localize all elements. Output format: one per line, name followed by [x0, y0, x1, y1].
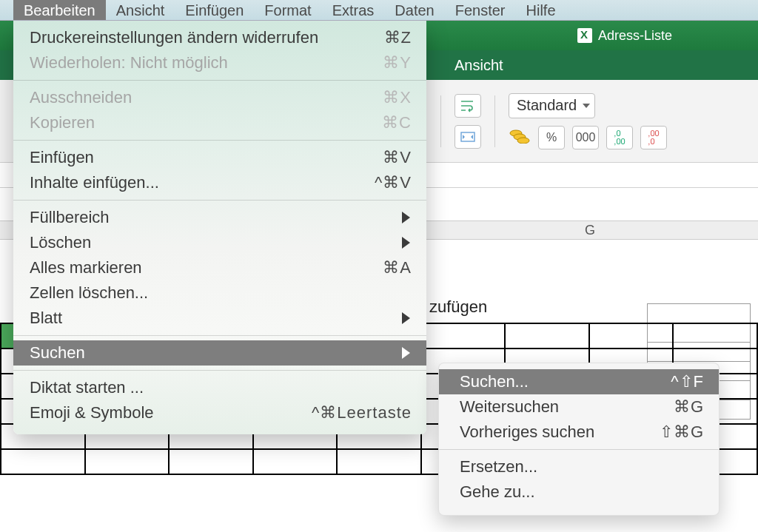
menu-item-paste[interactable]: Einfügen ⌘V — [13, 145, 426, 170]
menu-item-label: Inhalte einfügen... — [30, 173, 375, 192]
spreadsheet-file-icon — [577, 28, 592, 43]
menu-item-search[interactable]: Suchen — [13, 340, 426, 366]
edit-menu-dropdown: Druckereinstellungen ändern widerrufen ⌘… — [13, 21, 426, 434]
menu-fenster[interactable]: Fenster — [445, 0, 516, 20]
menu-item-label: Löschen — [30, 233, 412, 252]
menu-hilfe[interactable]: Hilfe — [516, 0, 566, 20]
menu-item-label: Gehe zu... — [460, 482, 704, 502]
column-header-g[interactable]: G — [585, 223, 595, 238]
currency-format-button[interactable] — [509, 127, 531, 147]
menu-item-delete[interactable]: Löschen — [13, 230, 426, 255]
submenu-caret-icon — [402, 237, 410, 249]
decrease-decimals-button[interactable]: ,00 ,0 — [640, 126, 667, 149]
menu-item-label: Blatt — [30, 309, 412, 328]
menu-bearbeiten[interactable]: Bearbeiten — [13, 0, 106, 20]
menu-format[interactable]: Format — [254, 0, 321, 20]
menu-separator — [13, 370, 426, 371]
menu-item-delete-cells[interactable]: Zellen löschen... — [13, 280, 426, 306]
menu-separator — [13, 80, 426, 81]
menu-separator — [439, 449, 719, 450]
cell-text-fragment[interactable]: zufügen — [429, 297, 487, 317]
menu-separator — [13, 140, 426, 141]
menu-item-label: Füllbereich — [30, 208, 412, 227]
menu-item-shortcut: ⇧⌘G — [660, 422, 704, 442]
menu-item-paste-special[interactable]: Inhalte einfügen... ^⌘V — [13, 170, 426, 195]
wrap-text-button[interactable] — [455, 94, 481, 118]
menu-item-shortcut: ^⌘V — [375, 173, 412, 192]
menu-daten[interactable]: Daten — [384, 0, 444, 20]
menu-item-shortcut: ^⇧F — [671, 372, 704, 391]
ribbon-separator — [440, 95, 441, 147]
menu-item-label: Suchen... — [460, 372, 671, 391]
menu-item-cut: Ausschneiden ⌘X — [13, 85, 426, 110]
menu-item-emoji[interactable]: Emoji & Symbole ^⌘Leertaste — [13, 400, 426, 425]
submenu-caret-icon — [402, 347, 410, 359]
menu-item-label: Alles markieren — [30, 258, 383, 277]
merge-cells-icon — [460, 130, 476, 144]
menu-item-redo: Wiederholen: Nicht möglich ⌘Y — [13, 50, 426, 75]
percent-format-button[interactable]: % — [538, 126, 565, 149]
menu-item-label: Einfügen — [30, 148, 383, 167]
cell-style-select[interactable]: Standard — [509, 93, 595, 118]
menu-item-label: Weitersuchen — [460, 397, 674, 417]
menu-item-shortcut: ⌘G — [674, 397, 704, 417]
menu-item-shortcut: ⌘Y — [383, 53, 412, 73]
menu-item-label: Kopieren — [30, 113, 382, 132]
submenu-item-replace[interactable]: Ersetzen... — [439, 454, 719, 479]
system-menu-bar: Bearbeiten Ansicht Einfügen Format Extra… — [0, 0, 758, 21]
menu-extras[interactable]: Extras — [322, 0, 385, 20]
menu-item-shortcut: ⌘Z — [384, 28, 412, 47]
menu-item-shortcut: ⌘X — [383, 88, 412, 107]
menu-item-sheet[interactable]: Blatt — [13, 306, 426, 331]
menu-item-label: Emoji & Symbole — [30, 403, 312, 422]
menu-item-label: Suchen — [30, 343, 412, 363]
menu-separator — [13, 335, 426, 336]
submenu-item-goto[interactable]: Gehe zu... — [439, 479, 719, 505]
increase-decimals-button[interactable]: ,0 ,00 — [606, 126, 633, 149]
menu-einfuegen[interactable]: Einfügen — [175, 0, 254, 20]
menu-item-label: Ausschneiden — [30, 88, 383, 107]
menu-item-shortcut: ^⌘Leertaste — [312, 403, 412, 422]
submenu-item-find[interactable]: Suchen... ^⇧F — [439, 369, 719, 394]
submenu-item-find-next[interactable]: Weitersuchen ⌘G — [439, 394, 719, 420]
menu-item-dictation[interactable]: Diktat starten ... — [13, 375, 426, 400]
menu-item-label: Druckereinstellungen ändern widerrufen — [30, 28, 384, 47]
ribbon-tab-ansicht[interactable]: Ansicht — [444, 51, 514, 80]
menu-item-copy: Kopieren ⌘C — [13, 110, 426, 135]
search-submenu: Suchen... ^⇧F Weitersuchen ⌘G Vorheriges… — [438, 363, 720, 516]
menu-item-undo[interactable]: Druckereinstellungen ändern widerrufen ⌘… — [13, 25, 426, 50]
window-title: Adress-Liste — [598, 28, 672, 44]
menu-item-label: Vorheriges suchen — [460, 422, 660, 442]
submenu-caret-icon — [402, 212, 410, 223]
coins-icon — [509, 127, 531, 144]
menu-separator — [13, 200, 426, 201]
ribbon-separator — [494, 95, 495, 147]
menu-item-shortcut: ⌘C — [382, 113, 412, 132]
thousands-format-button[interactable]: 000 — [572, 126, 599, 149]
menu-item-label: Wiederholen: Nicht möglich — [30, 53, 383, 73]
submenu-caret-icon — [402, 312, 410, 324]
menu-item-shortcut: ⌘A — [383, 258, 412, 277]
submenu-item-find-prev[interactable]: Vorheriges suchen ⇧⌘G — [439, 420, 719, 445]
menu-item-label: Diktat starten ... — [30, 378, 412, 397]
menu-item-select-all[interactable]: Alles markieren ⌘A — [13, 255, 426, 280]
merge-cells-button[interactable] — [455, 125, 481, 149]
menu-item-shortcut: ⌘V — [383, 148, 412, 167]
menu-item-fill[interactable]: Füllbereich — [13, 205, 426, 230]
menu-item-label: Zellen löschen... — [30, 283, 412, 303]
menu-item-label: Ersetzen... — [460, 457, 704, 477]
wrap-text-icon — [460, 99, 476, 112]
svg-point-3 — [517, 138, 529, 144]
menu-ansicht[interactable]: Ansicht — [106, 0, 175, 20]
